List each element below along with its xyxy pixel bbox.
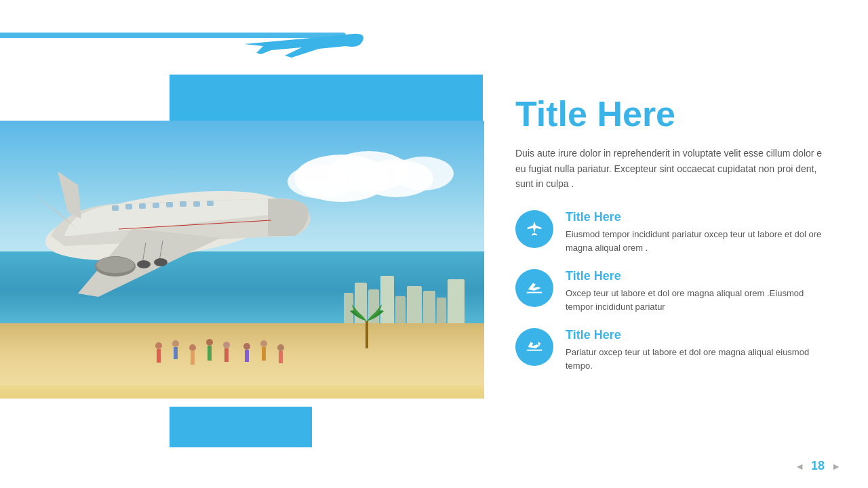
svg-point-10 bbox=[189, 344, 196, 351]
svg-point-16 bbox=[243, 343, 250, 350]
next-page-button[interactable]: ► bbox=[831, 461, 841, 472]
feature-desc-3: Pariatur oxcep teur ut labore et dol ore… bbox=[566, 346, 827, 372]
svg-point-18 bbox=[260, 340, 267, 347]
feature-item-2: Title Here Oxcep teur ut labore et dol o… bbox=[515, 269, 827, 313]
svg-rect-24 bbox=[125, 204, 132, 209]
svg-rect-17 bbox=[245, 350, 249, 362]
photo-airplane bbox=[10, 131, 322, 321]
svg-rect-13 bbox=[208, 346, 212, 361]
feature-item-3: Title Here Pariatur oxcep teur ut labore… bbox=[515, 328, 827, 372]
svg-rect-26 bbox=[153, 203, 159, 208]
page-navigation: ◄ 18 ► bbox=[795, 459, 841, 473]
svg-point-8 bbox=[172, 340, 179, 347]
feature-desc-2: Oxcep teur ut labore et dol ore magna al… bbox=[566, 287, 827, 313]
svg-rect-28 bbox=[180, 201, 186, 207]
feature-title-3: Title Here bbox=[566, 328, 827, 342]
svg-rect-30 bbox=[207, 201, 214, 206]
svg-point-4 bbox=[393, 157, 454, 190]
svg-rect-15 bbox=[224, 348, 229, 362]
svg-rect-11 bbox=[191, 351, 195, 365]
plane-land-icon bbox=[524, 278, 545, 298]
svg-rect-21 bbox=[279, 351, 283, 363]
prev-page-button[interactable]: ◄ bbox=[795, 461, 804, 472]
feature-item-1: Title Here Eiusmod tempor incididunt par… bbox=[515, 210, 827, 254]
svg-rect-29 bbox=[193, 201, 200, 207]
plane-up-icon bbox=[524, 219, 545, 239]
feature-icon-3 bbox=[515, 328, 553, 366]
palm-trees bbox=[347, 294, 387, 348]
svg-rect-23 bbox=[112, 205, 119, 211]
svg-point-20 bbox=[277, 344, 284, 351]
feature-title-1: Title Here bbox=[566, 210, 827, 224]
svg-point-12 bbox=[206, 339, 213, 346]
svg-point-32 bbox=[96, 257, 134, 273]
svg-rect-9 bbox=[174, 347, 178, 359]
svg-rect-27 bbox=[166, 202, 173, 207]
main-description: Duis aute irure dolor in reprehenderit i… bbox=[515, 146, 827, 191]
feature-text-2: Title Here Oxcep teur ut labore et dol o… bbox=[566, 269, 827, 313]
svg-rect-25 bbox=[139, 203, 146, 209]
right-content-area: Title Here Duis aute irure dolor in repr… bbox=[502, 81, 841, 401]
feature-icon-2 bbox=[515, 269, 553, 307]
feature-desc-1: Eiusmod tempor incididunt pariatur oxcep… bbox=[566, 228, 827, 254]
main-title: Title Here bbox=[515, 95, 827, 134]
top-airplane-icon bbox=[237, 20, 346, 54]
page-number: 18 bbox=[811, 459, 825, 473]
svg-point-36 bbox=[154, 258, 167, 266]
feature-icon-1 bbox=[515, 210, 553, 248]
feature-text-1: Title Here Eiusmod tempor incididunt par… bbox=[566, 210, 827, 254]
feature-text-3: Title Here Pariatur oxcep teur ut labore… bbox=[566, 328, 827, 372]
svg-rect-7 bbox=[157, 349, 161, 363]
svg-point-6 bbox=[155, 342, 162, 349]
svg-rect-19 bbox=[262, 347, 266, 361]
people-silhouettes bbox=[145, 336, 349, 376]
svg-point-14 bbox=[223, 342, 230, 348]
plane-depart-icon bbox=[524, 337, 545, 357]
feature-title-2: Title Here bbox=[566, 269, 827, 283]
svg-point-35 bbox=[137, 260, 151, 268]
blue-accent-top bbox=[170, 75, 483, 125]
main-photo bbox=[0, 121, 484, 399]
svg-rect-5 bbox=[366, 321, 368, 348]
blue-accent-bottom bbox=[170, 407, 312, 447]
